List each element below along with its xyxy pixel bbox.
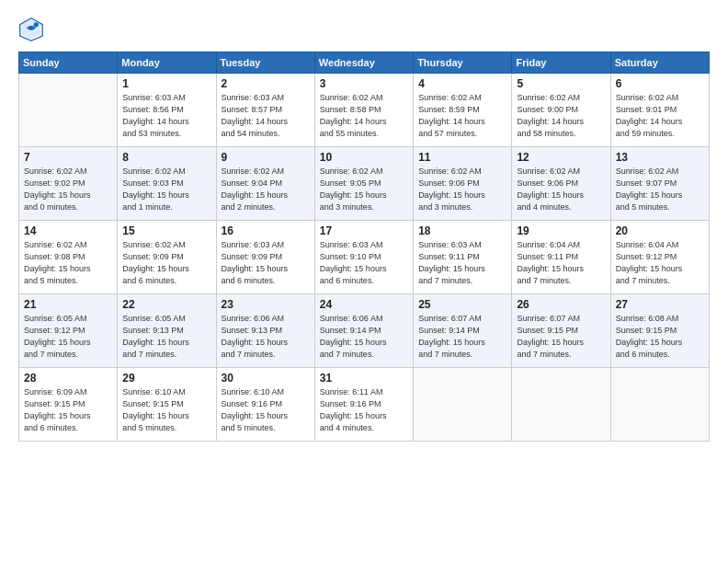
- day-number: 5: [517, 77, 605, 90]
- calendar-cell: 1Sunrise: 6:03 AMSunset: 8:56 PMDaylight…: [118, 74, 216, 147]
- day-info: Sunrise: 6:04 AMSunset: 9:12 PMDaylight:…: [616, 239, 704, 287]
- day-number: 17: [320, 224, 408, 237]
- day-number: 7: [24, 151, 112, 164]
- day-info: Sunrise: 6:02 AMSunset: 9:07 PMDaylight:…: [616, 166, 704, 213]
- day-info: Sunrise: 6:03 AMSunset: 8:57 PMDaylight:…: [222, 92, 310, 140]
- col-header-friday: Friday: [512, 52, 610, 74]
- day-number: 21: [24, 298, 112, 311]
- calendar-cell: 9Sunrise: 6:02 AMSunset: 9:04 PMDaylight…: [216, 147, 314, 221]
- calendar-cell: 18Sunrise: 6:03 AMSunset: 9:11 PMDayligh…: [414, 221, 512, 294]
- day-info: Sunrise: 6:09 AMSunset: 9:15 PMDaylight:…: [24, 386, 112, 434]
- col-header-saturday: Saturday: [610, 52, 709, 74]
- calendar-cell: 6Sunrise: 6:02 AMSunset: 9:01 PMDaylight…: [610, 74, 709, 147]
- day-number: 26: [517, 298, 605, 311]
- calendar-cell: 17Sunrise: 6:03 AMSunset: 9:10 PMDayligh…: [314, 221, 413, 294]
- calendar-cell: 8Sunrise: 6:02 AMSunset: 9:03 PMDaylight…: [118, 147, 216, 221]
- calendar-cell: 2Sunrise: 6:03 AMSunset: 8:57 PMDaylight…: [216, 74, 314, 147]
- calendar-cell: 4Sunrise: 6:02 AMSunset: 8:59 PMDaylight…: [414, 74, 512, 147]
- week-row: 21Sunrise: 6:05 AMSunset: 9:12 PMDayligh…: [19, 294, 710, 368]
- calendar-cell: [610, 368, 709, 442]
- day-info: Sunrise: 6:02 AMSunset: 9:05 PMDaylight:…: [320, 166, 408, 213]
- day-number: 12: [517, 151, 605, 164]
- calendar-cell: 15Sunrise: 6:02 AMSunset: 9:09 PMDayligh…: [118, 221, 216, 294]
- calendar-cell: 20Sunrise: 6:04 AMSunset: 9:12 PMDayligh…: [610, 221, 709, 294]
- calendar-cell: [512, 368, 610, 442]
- day-number: 24: [320, 298, 408, 311]
- calendar-cell: 21Sunrise: 6:05 AMSunset: 9:12 PMDayligh…: [19, 294, 118, 368]
- day-number: 14: [24, 224, 112, 237]
- calendar-cell: 28Sunrise: 6:09 AMSunset: 9:15 PMDayligh…: [19, 368, 118, 442]
- day-info: Sunrise: 6:02 AMSunset: 9:04 PMDaylight:…: [222, 166, 310, 213]
- day-info: Sunrise: 6:02 AMSunset: 9:08 PMDaylight:…: [24, 239, 112, 287]
- calendar-cell: 16Sunrise: 6:03 AMSunset: 9:09 PMDayligh…: [216, 221, 314, 294]
- day-number: 11: [418, 151, 506, 164]
- calendar-cell: [414, 368, 512, 442]
- day-info: Sunrise: 6:07 AMSunset: 9:14 PMDaylight:…: [418, 313, 506, 361]
- day-info: Sunrise: 6:02 AMSunset: 9:01 PMDaylight:…: [616, 92, 704, 140]
- calendar-cell: 3Sunrise: 6:02 AMSunset: 8:58 PMDaylight…: [314, 74, 413, 147]
- calendar-cell: 31Sunrise: 6:11 AMSunset: 9:16 PMDayligh…: [314, 368, 413, 442]
- day-number: 23: [222, 298, 310, 311]
- calendar-cell: 22Sunrise: 6:05 AMSunset: 9:13 PMDayligh…: [118, 294, 216, 368]
- day-info: Sunrise: 6:02 AMSunset: 9:09 PMDaylight:…: [122, 239, 210, 287]
- day-info: Sunrise: 6:04 AMSunset: 9:11 PMDaylight:…: [517, 239, 605, 287]
- day-info: Sunrise: 6:02 AMSunset: 8:59 PMDaylight:…: [418, 92, 506, 140]
- col-header-monday: Monday: [118, 52, 216, 74]
- calendar-cell: 29Sunrise: 6:10 AMSunset: 9:15 PMDayligh…: [118, 368, 216, 442]
- day-info: Sunrise: 6:05 AMSunset: 9:12 PMDaylight:…: [24, 313, 112, 361]
- calendar-cell: 23Sunrise: 6:06 AMSunset: 9:13 PMDayligh…: [216, 294, 314, 368]
- day-number: 16: [222, 224, 310, 237]
- calendar-cell: 12Sunrise: 6:02 AMSunset: 9:06 PMDayligh…: [512, 147, 610, 221]
- calendar-cell: [19, 74, 118, 147]
- calendar-cell: 27Sunrise: 6:08 AMSunset: 9:15 PMDayligh…: [610, 294, 709, 368]
- calendar-cell: 30Sunrise: 6:10 AMSunset: 9:16 PMDayligh…: [216, 368, 314, 442]
- header: [18, 17, 710, 42]
- day-info: Sunrise: 6:08 AMSunset: 9:15 PMDaylight:…: [616, 313, 704, 361]
- day-number: 28: [24, 372, 112, 385]
- calendar-cell: 7Sunrise: 6:02 AMSunset: 9:02 PMDaylight…: [19, 147, 118, 221]
- calendar-cell: 13Sunrise: 6:02 AMSunset: 9:07 PMDayligh…: [610, 147, 709, 221]
- day-info: Sunrise: 6:02 AMSunset: 9:03 PMDaylight:…: [122, 166, 210, 213]
- day-info: Sunrise: 6:03 AMSunset: 8:56 PMDaylight:…: [122, 92, 210, 140]
- day-info: Sunrise: 6:11 AMSunset: 9:16 PMDaylight:…: [320, 386, 408, 434]
- day-info: Sunrise: 6:02 AMSunset: 9:06 PMDaylight:…: [418, 166, 506, 213]
- day-info: Sunrise: 6:02 AMSunset: 9:02 PMDaylight:…: [24, 166, 112, 213]
- day-number: 19: [517, 224, 605, 237]
- day-number: 27: [616, 298, 704, 311]
- day-number: 8: [122, 151, 210, 164]
- day-info: Sunrise: 6:05 AMSunset: 9:13 PMDaylight:…: [122, 313, 210, 361]
- logo: [18, 17, 48, 42]
- day-number: 31: [320, 372, 408, 385]
- calendar-table: SundayMondayTuesdayWednesdayThursdayFrid…: [18, 52, 710, 442]
- week-row: 7Sunrise: 6:02 AMSunset: 9:02 PMDaylight…: [19, 147, 710, 221]
- week-row: 28Sunrise: 6:09 AMSunset: 9:15 PMDayligh…: [19, 368, 710, 442]
- page: SundayMondayTuesdayWednesdayThursdayFrid…: [0, 0, 728, 563]
- day-info: Sunrise: 6:10 AMSunset: 9:15 PMDaylight:…: [122, 386, 210, 434]
- header-row: SundayMondayTuesdayWednesdayThursdayFrid…: [19, 52, 710, 74]
- day-info: Sunrise: 6:02 AMSunset: 8:58 PMDaylight:…: [320, 92, 408, 140]
- calendar-cell: 25Sunrise: 6:07 AMSunset: 9:14 PMDayligh…: [414, 294, 512, 368]
- day-number: 30: [222, 372, 310, 385]
- day-info: Sunrise: 6:10 AMSunset: 9:16 PMDaylight:…: [222, 386, 310, 434]
- calendar-cell: 19Sunrise: 6:04 AMSunset: 9:11 PMDayligh…: [512, 221, 610, 294]
- day-number: 18: [418, 224, 506, 237]
- day-info: Sunrise: 6:06 AMSunset: 9:14 PMDaylight:…: [320, 313, 408, 361]
- col-header-tuesday: Tuesday: [216, 52, 314, 74]
- day-number: 1: [122, 77, 210, 90]
- day-number: 6: [616, 77, 704, 90]
- day-number: 29: [122, 372, 210, 385]
- day-info: Sunrise: 6:02 AMSunset: 9:06 PMDaylight:…: [517, 166, 605, 213]
- calendar-cell: 26Sunrise: 6:07 AMSunset: 9:15 PMDayligh…: [512, 294, 610, 368]
- day-number: 10: [320, 151, 408, 164]
- day-info: Sunrise: 6:03 AMSunset: 9:10 PMDaylight:…: [320, 239, 408, 287]
- day-number: 4: [418, 77, 506, 90]
- week-row: 14Sunrise: 6:02 AMSunset: 9:08 PMDayligh…: [19, 221, 710, 294]
- day-info: Sunrise: 6:03 AMSunset: 9:11 PMDaylight:…: [418, 239, 506, 287]
- day-number: 3: [320, 77, 408, 90]
- col-header-sunday: Sunday: [19, 52, 118, 74]
- day-number: 15: [122, 224, 210, 237]
- week-row: 1Sunrise: 6:03 AMSunset: 8:56 PMDaylight…: [19, 74, 710, 147]
- day-info: Sunrise: 6:06 AMSunset: 9:13 PMDaylight:…: [222, 313, 310, 361]
- day-number: 20: [616, 224, 704, 237]
- calendar-cell: 14Sunrise: 6:02 AMSunset: 9:08 PMDayligh…: [19, 221, 118, 294]
